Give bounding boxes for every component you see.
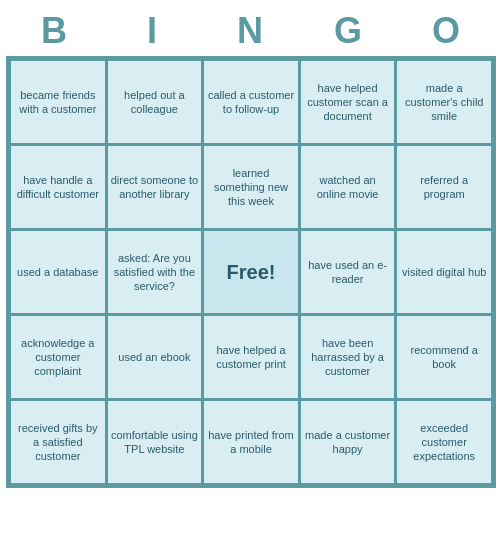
bingo-header-letter: O xyxy=(398,8,496,54)
bingo-cell[interactable]: asked: Are you satisfied with the servic… xyxy=(108,231,202,313)
bingo-cell[interactable]: have used an e-reader xyxy=(301,231,395,313)
bingo-cell[interactable]: received gifts by a satisfied customer xyxy=(11,401,105,483)
bingo-cell[interactable]: have handle a difficult customer xyxy=(11,146,105,228)
bingo-cell[interactable]: have helped a customer print xyxy=(204,316,298,398)
bingo-cell[interactable]: made a customer's child smile xyxy=(397,61,491,143)
bingo-cell[interactable]: became friends with a customer xyxy=(11,61,105,143)
bingo-header-letter: B xyxy=(6,8,104,54)
bingo-cell[interactable]: comfortable using TPL website xyxy=(108,401,202,483)
bingo-cell[interactable]: called a customer to follow-up xyxy=(204,61,298,143)
bingo-cell[interactable]: used an ebook xyxy=(108,316,202,398)
bingo-container: BINGO became friends with a customerhelp… xyxy=(6,8,496,488)
bingo-cell[interactable]: learned something new this week xyxy=(204,146,298,228)
bingo-header-letter: I xyxy=(104,8,202,54)
bingo-cell[interactable]: used a database xyxy=(11,231,105,313)
bingo-cell[interactable]: exceeded customer expectations xyxy=(397,401,491,483)
bingo-cell[interactable]: have been harrassed by a customer xyxy=(301,316,395,398)
bingo-cell[interactable]: acknowledge a customer complaint xyxy=(11,316,105,398)
bingo-cell[interactable]: have printed from a mobile xyxy=(204,401,298,483)
bingo-header-letter: G xyxy=(300,8,398,54)
bingo-cell[interactable]: made a customer happy xyxy=(301,401,395,483)
bingo-grid: became friends with a customerhelped out… xyxy=(6,56,496,488)
bingo-header: BINGO xyxy=(6,8,496,54)
bingo-cell[interactable]: have helped customer scan a document xyxy=(301,61,395,143)
bingo-cell[interactable]: helped out a colleague xyxy=(108,61,202,143)
bingo-cell[interactable]: watched an online movie xyxy=(301,146,395,228)
bingo-cell[interactable]: direct someone to another library xyxy=(108,146,202,228)
bingo-cell[interactable]: visited digital hub xyxy=(397,231,491,313)
free-cell[interactable]: Free! xyxy=(204,231,298,313)
bingo-cell[interactable]: referred a program xyxy=(397,146,491,228)
bingo-cell[interactable]: recommend a book xyxy=(397,316,491,398)
bingo-header-letter: N xyxy=(202,8,300,54)
